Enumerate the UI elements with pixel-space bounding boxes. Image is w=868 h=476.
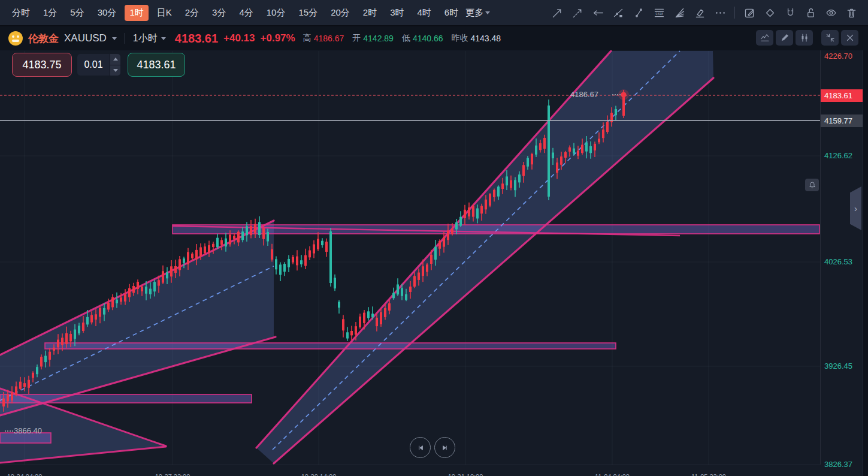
price-chart[interactable] (0, 50, 868, 476)
polyline-icon (612, 7, 625, 19)
interval-label: 1小时 (133, 32, 158, 45)
trading-app: { "toolbar": { "timeframes": [ {"label":… (0, 0, 868, 476)
timeframe-分时[interactable]: 分时 (7, 5, 35, 21)
eraser-icon (764, 7, 776, 19)
candlestick-button[interactable] (796, 30, 813, 46)
timeframe-10分[interactable]: 10分 (262, 5, 291, 21)
more-label: 更多 (465, 7, 483, 19)
open-label: 开 (352, 33, 361, 44)
note-edit-tool[interactable] (740, 4, 759, 22)
horizontal-ray-tool[interactable] (588, 4, 607, 22)
eye-tool[interactable] (821, 4, 840, 22)
instrument-name[interactable]: 伦敦金 (28, 32, 59, 46)
open-value: 4142.89 (363, 34, 394, 43)
lock-open-tool[interactable] (801, 4, 820, 22)
bell-icon (807, 180, 817, 190)
line-chart-icon (760, 32, 770, 43)
eye-icon (825, 7, 837, 19)
fan-lines-tool[interactable] (670, 4, 689, 22)
skip-forward-icon (440, 442, 450, 453)
timeframe-3分[interactable]: 3分 (207, 5, 231, 21)
chevron-down-icon (485, 11, 490, 14)
price-change-percent: +0.97% (261, 32, 295, 44)
price-axis-label: 4126.62 (824, 151, 852, 160)
alert-price-badge: 4159.77 (821, 115, 863, 127)
chevron-down-icon (161, 37, 166, 40)
prev-close-value: 4143.48 (471, 34, 501, 43)
instrument-code[interactable]: XAUUSD (64, 32, 107, 44)
more-tool[interactable] (710, 4, 730, 22)
drawing-toolbar: 0.618 (548, 4, 861, 22)
close-button[interactable] (841, 30, 858, 46)
triangle-up-icon (113, 58, 118, 61)
skip-forward-button[interactable] (434, 437, 455, 458)
gold-coin-icon (8, 31, 23, 46)
slash-icon (633, 7, 645, 19)
last-price: 4183.61 (175, 32, 218, 46)
alert-bell-button[interactable] (805, 179, 819, 191)
eraser-tool[interactable] (760, 4, 779, 22)
timeframe-5分[interactable]: 5分 (65, 5, 89, 21)
time-axis-label: 10-31 10:00 (448, 473, 483, 476)
timeframe-1时[interactable]: 1时 (125, 5, 148, 21)
polyline-tool[interactable] (609, 4, 628, 22)
timeframe-日K[interactable]: 日K (152, 5, 177, 21)
price-axis-label: 3826.37 (824, 460, 852, 469)
quantity-decrease-button[interactable] (110, 65, 120, 76)
timeframe-list: 分时1分5分30分1时日K2分3分4分10分15分20分2时3时4时6时 (7, 5, 463, 21)
side-panel-toggle[interactable]: › (850, 186, 861, 230)
divider (734, 7, 735, 19)
timeframe-6时[interactable]: 6时 (440, 5, 463, 21)
triangle-down-icon (113, 69, 118, 72)
quantity-value: 0.01 (77, 59, 110, 70)
slash-tool[interactable] (629, 4, 648, 22)
timeframe-15分[interactable]: 15分 (294, 5, 322, 21)
timeframe-3时[interactable]: 3时 (385, 5, 409, 21)
timeframe-4分[interactable]: 4分 (234, 5, 258, 21)
highlighter-tool[interactable] (690, 4, 709, 22)
timeframe-1分[interactable]: 1分 (38, 5, 62, 21)
sell-price: 4183.75 (22, 59, 61, 71)
sell-button[interactable]: 4183.75 (12, 53, 72, 77)
collapse-button[interactable] (821, 30, 839, 46)
right-scroll-strip (863, 50, 868, 476)
low-label: 低 (402, 33, 410, 44)
fan-lines-icon (673, 7, 686, 19)
divider (125, 33, 125, 44)
trend-line-tool[interactable] (548, 4, 567, 22)
trash-icon (845, 7, 858, 19)
time-axis-label: 11-04 04:00 (595, 473, 630, 476)
edit-button[interactable] (776, 30, 793, 46)
fib-retracement-icon: 0.618 (653, 7, 666, 19)
magnet-icon (784, 7, 797, 19)
high-price-marker: 4186.67 (570, 90, 598, 99)
timeframe-more-button[interactable]: 更多 (463, 5, 492, 21)
interval-selector[interactable]: 1小时 (133, 32, 166, 45)
playback-controls (410, 437, 455, 458)
timeframe-toolbar: 分时1分5分30分1时日K2分3分4分10分15分20分2时3时4时6时 更多 … (0, 0, 868, 26)
magnet-tool[interactable] (781, 4, 800, 22)
time-axis-label: 11-05 22:00 (691, 473, 726, 476)
note-edit-icon (743, 7, 756, 19)
line-chart-button[interactable] (756, 30, 773, 46)
trash-tool[interactable] (842, 4, 861, 22)
fib-retracement-tool[interactable]: 0.618 (649, 4, 669, 22)
chevron-right-icon: › (854, 203, 857, 213)
prev-close-label: 昨收 (452, 33, 468, 44)
price-axis[interactable]: 4226.704126.624026.533926.453826.374183.… (820, 50, 863, 465)
chevron-down-icon[interactable] (112, 37, 117, 40)
time-axis[interactable]: 10-24 04:0010-27 22:0010-29 14:0010-31 1… (0, 465, 820, 476)
timeframe-20分[interactable]: 20分 (326, 5, 355, 21)
close-icon (845, 32, 855, 43)
quantity-increase-button[interactable] (110, 54, 120, 65)
trend-arrow-tool[interactable] (568, 4, 587, 22)
timeframe-2分[interactable]: 2分 (180, 5, 204, 21)
time-axis-label: 10-29 14:00 (301, 473, 337, 476)
timeframe-4时[interactable]: 4时 (413, 5, 436, 21)
high-value: 4186.67 (314, 34, 344, 43)
timeframe-30分[interactable]: 30分 (93, 5, 122, 21)
buy-button[interactable]: 4183.61 (128, 53, 185, 77)
timeframe-2时[interactable]: 2时 (358, 5, 382, 21)
high-label: 高 (303, 33, 311, 44)
skip-back-button[interactable] (410, 437, 431, 458)
